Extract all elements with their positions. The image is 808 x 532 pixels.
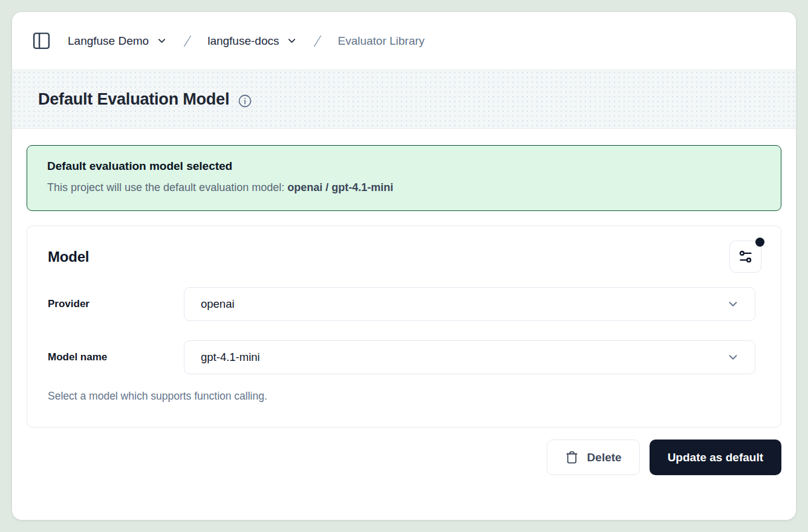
banner-title: Default evaluation model selected xyxy=(47,160,761,173)
provider-select[interactable]: openai xyxy=(184,287,755,321)
chevron-down-icon xyxy=(156,35,168,47)
provider-row: Provider openai xyxy=(48,287,760,321)
model-card: Model Provider openai Model xyxy=(27,225,781,427)
delete-button[interactable]: Delete xyxy=(547,440,640,475)
chevron-down-icon xyxy=(726,351,740,364)
update-as-default-button[interactable]: Update as default xyxy=(650,440,781,475)
slash-icon xyxy=(180,33,195,49)
info-icon xyxy=(238,94,252,108)
title-info-button[interactable] xyxy=(238,94,252,108)
provider-label: Provider xyxy=(48,298,184,310)
breadcrumb-page[interactable]: Evaluator Library xyxy=(334,32,428,50)
breadcrumb-organization[interactable]: Langfuse Demo xyxy=(64,32,171,50)
trash-icon xyxy=(565,450,579,464)
content-area: Default evaluation model selected This p… xyxy=(12,129,796,491)
sidebar-toggle-button[interactable] xyxy=(29,29,53,53)
panel-left-icon xyxy=(31,31,51,51)
notification-dot xyxy=(755,238,764,247)
main-panel: Langfuse Demo langfuse-docs Evaluator Li… xyxy=(12,12,796,520)
model-helper-text: Select a model which supports function c… xyxy=(48,390,760,403)
model-name-label: Model name xyxy=(48,351,184,363)
banner-message-text: This project will use the default evalua… xyxy=(47,181,287,193)
model-name-select[interactable]: gpt-4.1-mini xyxy=(184,340,755,374)
model-card-title: Model xyxy=(48,248,89,265)
model-card-header: Model xyxy=(48,241,760,273)
chevron-down-icon xyxy=(286,35,298,47)
slash-icon xyxy=(310,33,325,49)
banner-message: This project will use the default evalua… xyxy=(47,181,761,194)
model-name-row: Model name gpt-4.1-mini xyxy=(48,340,760,374)
chevron-down-icon xyxy=(726,297,740,311)
breadcrumb-organization-label: Langfuse Demo xyxy=(68,34,149,48)
breadcrumb-bar: Langfuse Demo langfuse-docs Evaluator Li… xyxy=(12,12,796,70)
banner-model-name: openai / gpt-4.1-mini xyxy=(287,181,393,193)
breadcrumb-project[interactable]: langfuse-docs xyxy=(204,32,301,50)
update-button-label: Update as default xyxy=(668,451,763,464)
model-advanced-settings-button[interactable] xyxy=(729,241,761,273)
provider-select-value: openai xyxy=(201,297,235,311)
breadcrumb-project-label: langfuse-docs xyxy=(207,34,279,48)
page-title: Default Evaluation Model xyxy=(38,90,229,109)
model-name-select-value: gpt-4.1-mini xyxy=(201,351,260,364)
sliders-icon xyxy=(737,248,754,265)
delete-button-label: Delete xyxy=(587,451,622,464)
page-header: Default Evaluation Model xyxy=(12,70,796,129)
breadcrumb: Langfuse Demo langfuse-docs Evaluator Li… xyxy=(64,32,428,50)
default-model-banner: Default evaluation model selected This p… xyxy=(27,145,781,211)
footer-actions: Delete Update as default xyxy=(27,440,781,475)
